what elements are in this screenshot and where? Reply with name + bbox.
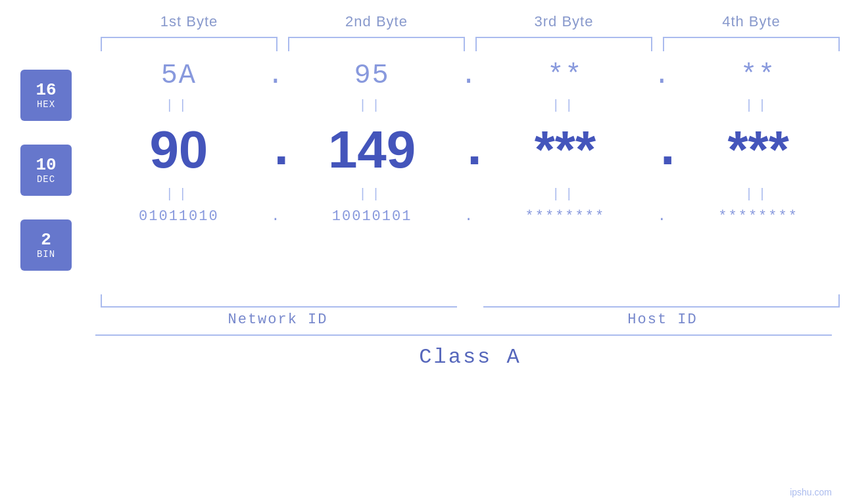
eq5: || [92, 187, 266, 202]
bin-number: 2 [41, 231, 51, 250]
bin-byte2: 10010101 [285, 208, 459, 225]
bin-row: 01011010 . 10010101 . ******** . *******… [92, 203, 845, 230]
hex-dot1: . [266, 60, 285, 91]
hex-dot3: . [652, 60, 671, 91]
network-id-label: Network ID [95, 311, 460, 328]
byte4-header: 4th Byte [658, 13, 845, 30]
bin-byte3: ******** [479, 208, 652, 225]
class-bracket-line [95, 334, 832, 336]
bin-dot3: . [652, 208, 671, 225]
hex-byte4: ** [671, 60, 845, 91]
eq1: || [92, 98, 266, 113]
content-area: 16 HEX 10 DEC 2 BIN 5A . 95 [0, 51, 845, 289]
bin-byte4: ******** [671, 208, 845, 225]
dec-label: DEC [37, 174, 55, 185]
host-id-label: Host ID [480, 311, 845, 328]
hex-byte3: ** [479, 60, 652, 91]
dec-byte2: 149 [285, 120, 459, 180]
dec-dot2: . [459, 120, 479, 180]
bracket-byte2 [288, 37, 465, 51]
bin-badge: 2 BIN [20, 219, 72, 271]
bin-dot1: . [266, 208, 285, 225]
bin-dot2: . [459, 208, 479, 225]
base-labels-column: 16 HEX 10 DEC 2 BIN [0, 51, 92, 289]
bin-label: BIN [37, 249, 55, 260]
dec-byte1: 90 [92, 120, 266, 180]
eq7: || [479, 187, 652, 202]
hex-dot2: . [459, 60, 479, 91]
bracket-byte1 [101, 37, 278, 51]
eq8: || [671, 187, 845, 202]
hex-byte2: 95 [285, 60, 459, 91]
hex-number: 16 [36, 81, 56, 100]
data-grid: 5A . 95 . ** . ** || || [92, 51, 845, 289]
eq6: || [285, 187, 459, 202]
class-area: Class A [0, 334, 845, 369]
bracket-byte3 [475, 37, 652, 51]
bottom-bracket-area: Network ID Host ID [0, 294, 845, 328]
bracket-bottom-row [95, 294, 845, 308]
bin-byte1: 01011010 [92, 208, 266, 225]
id-labels-row: Network ID Host ID [95, 311, 845, 328]
class-label: Class A [95, 345, 845, 369]
equals-row2: || || || || [92, 185, 845, 203]
top-brackets [0, 37, 845, 51]
main-container: 1st Byte 2nd Byte 3rd Byte 4th Byte [0, 0, 845, 504]
dec-number: 10 [36, 156, 56, 175]
dec-badge: 10 DEC [20, 145, 72, 196]
watermark: ipshu.com [790, 487, 832, 497]
bracket-byte4 [663, 37, 840, 51]
hex-label: HEX [37, 99, 55, 110]
hex-badge: 16 HEX [20, 70, 72, 121]
host-bracket [483, 294, 845, 308]
dec-byte3: *** [479, 120, 652, 180]
byte3-header: 3rd Byte [470, 13, 658, 30]
hex-row: 5A . 95 . ** . ** [92, 55, 845, 97]
eq2: || [285, 98, 459, 113]
eq4: || [671, 98, 845, 113]
hex-byte1: 5A [92, 60, 266, 91]
dec-dot1: . [266, 120, 285, 180]
byte-headers: 1st Byte 2nd Byte 3rd Byte 4th Byte [0, 13, 845, 30]
network-bracket [95, 294, 457, 308]
eq3: || [479, 98, 652, 113]
equals-row1: || || || || [92, 97, 845, 114]
dec-row: 90 . 149 . *** . *** [92, 114, 845, 185]
dec-byte4: *** [671, 120, 845, 180]
byte1-header: 1st Byte [95, 13, 283, 30]
dec-dot3: . [652, 120, 671, 180]
byte2-header: 2nd Byte [283, 13, 470, 30]
